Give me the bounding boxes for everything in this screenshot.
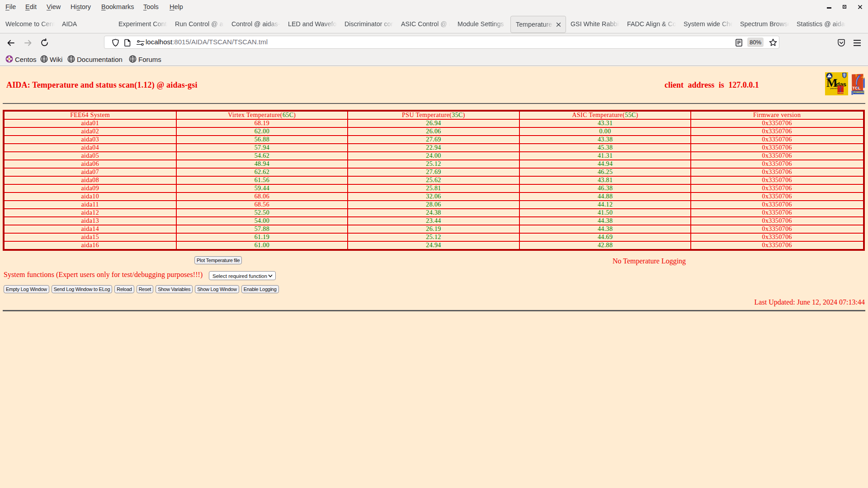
svg-text:TCL: TCL	[853, 86, 861, 90]
svg-text:powered by: powered by	[830, 88, 839, 89]
svg-text:POWERED: POWERED	[854, 91, 865, 94]
svg-text:POWERED: POWERED	[838, 92, 844, 94]
